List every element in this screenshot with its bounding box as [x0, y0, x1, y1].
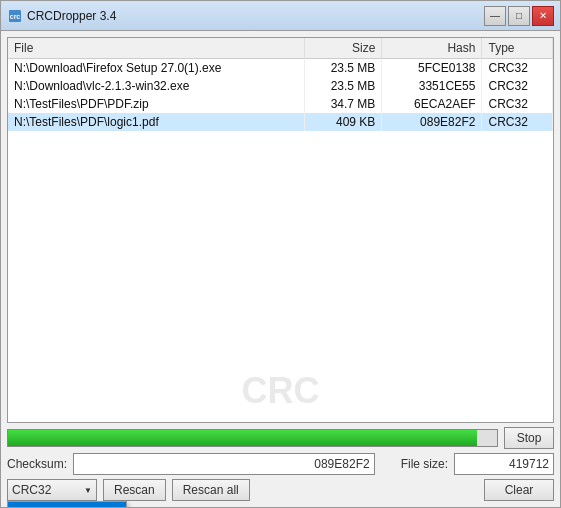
- filesize-label: File size:: [401, 457, 448, 471]
- watermark: CRC: [242, 370, 320, 412]
- cell-type: CRC32: [482, 95, 553, 113]
- table-header-row: File Size Hash Type: [8, 38, 553, 59]
- cell-size: 23.5 MB: [304, 59, 382, 78]
- maximize-button[interactable]: □: [508, 6, 530, 26]
- window-content: File Size Hash Type N:\Download\Firefox …: [1, 31, 560, 507]
- close-button[interactable]: ✕: [532, 6, 554, 26]
- main-window: crc CRCDropper 3.4 — □ ✕ File Size Hash …: [0, 0, 561, 508]
- title-buttons: — □ ✕: [484, 6, 554, 26]
- dropdown-option[interactable]: CRC32: [8, 502, 126, 507]
- col-header-file: File: [8, 38, 304, 59]
- stop-button[interactable]: Stop: [504, 427, 554, 449]
- cell-size: 23.5 MB: [304, 77, 382, 95]
- progress-bar-container: [7, 429, 498, 447]
- checksum-row: Checksum: File size:: [7, 453, 554, 475]
- algorithm-dropdown-list: CRC32MD2MD4MD5SHA1SHA256SHA384SHA512CRC1…: [7, 501, 127, 507]
- minimize-button[interactable]: —: [484, 6, 506, 26]
- cell-file: N:\TestFiles\PDF\PDF.zip: [8, 95, 304, 113]
- chevron-down-icon: ▼: [84, 486, 92, 495]
- window-title: CRCDropper 3.4: [27, 9, 116, 23]
- cell-hash: 6ECA2AEF: [382, 95, 482, 113]
- cell-file: N:\Download\vlc-2.1.3-win32.exe: [8, 77, 304, 95]
- cell-hash: 5FCE0138: [382, 59, 482, 78]
- rescan-all-button[interactable]: Rescan all: [172, 479, 250, 501]
- table-row[interactable]: N:\Download\vlc-2.1.3-win32.exe 23.5 MB …: [8, 77, 553, 95]
- clear-button[interactable]: Clear: [484, 479, 554, 501]
- cell-hash: 089E82F2: [382, 113, 482, 131]
- cell-hash: 3351CE55: [382, 77, 482, 95]
- app-icon: crc: [7, 8, 23, 24]
- cell-size: 34.7 MB: [304, 95, 382, 113]
- filesize-input[interactable]: [454, 453, 554, 475]
- progress-row: Stop: [7, 427, 554, 449]
- cell-file: N:\TestFiles\PDF\logic1.pdf: [8, 113, 304, 131]
- cell-type: CRC32: [482, 77, 553, 95]
- title-bar-left: crc CRCDropper 3.4: [7, 8, 116, 24]
- table-row[interactable]: N:\TestFiles\PDF\logic1.pdf 409 KB 089E8…: [8, 113, 553, 131]
- rescan-button[interactable]: Rescan: [103, 479, 166, 501]
- checksum-label: Checksum:: [7, 457, 67, 471]
- algorithm-dropdown-container: CRC32 ▼ CRC32MD2MD4MD5SHA1SHA256SHA384SH…: [7, 479, 97, 501]
- cell-size: 409 KB: [304, 113, 382, 131]
- checksum-input[interactable]: [73, 453, 375, 475]
- cell-file: N:\Download\Firefox Setup 27.0(1).exe: [8, 59, 304, 78]
- file-table-container: File Size Hash Type N:\Download\Firefox …: [7, 37, 554, 423]
- progress-bar-fill: [8, 430, 477, 446]
- col-header-size: Size: [304, 38, 382, 59]
- table-row[interactable]: N:\TestFiles\PDF\PDF.zip 34.7 MB 6ECA2AE…: [8, 95, 553, 113]
- col-header-type: Type: [482, 38, 553, 59]
- cell-type: CRC32: [482, 59, 553, 78]
- svg-text:crc: crc: [10, 13, 21, 20]
- algorithm-dropdown[interactable]: CRC32 ▼: [7, 479, 97, 501]
- title-bar: crc CRCDropper 3.4 — □ ✕: [1, 1, 560, 31]
- dropdown-selected-label: CRC32: [12, 483, 51, 497]
- action-row: CRC32 ▼ CRC32MD2MD4MD5SHA1SHA256SHA384SH…: [7, 479, 554, 501]
- cell-type: CRC32: [482, 113, 553, 131]
- file-table: File Size Hash Type N:\Download\Firefox …: [8, 38, 553, 131]
- table-row[interactable]: N:\Download\Firefox Setup 27.0(1).exe 23…: [8, 59, 553, 78]
- col-header-hash: Hash: [382, 38, 482, 59]
